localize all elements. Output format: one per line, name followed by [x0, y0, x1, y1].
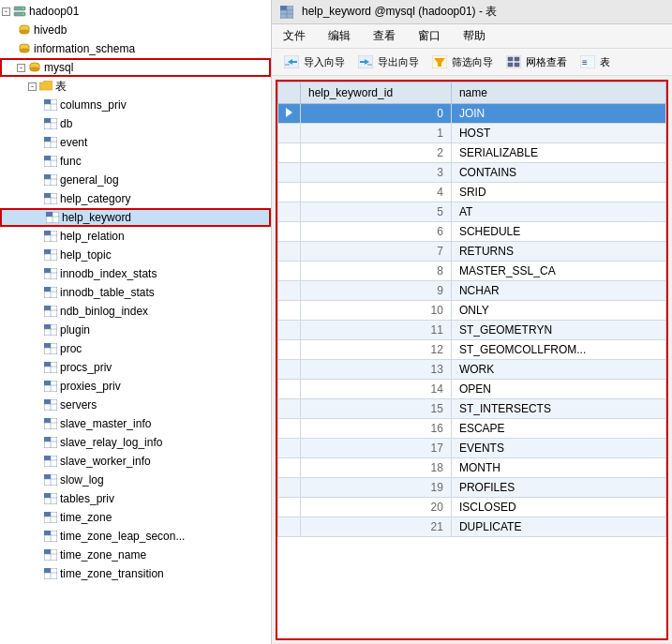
cell-id[interactable]: 0 [301, 104, 452, 124]
tree-item-hivedb[interactable]: hivedb [0, 21, 271, 39]
cell-id[interactable]: 12 [301, 340, 452, 360]
cell-id[interactable]: 15 [301, 399, 452, 419]
cell-name[interactable]: MONTH [451, 458, 665, 478]
tree-item-db[interactable]: db [0, 114, 271, 133]
tree-item-columns-priv[interactable]: columns_priv [0, 96, 271, 114]
tree-item-mysql[interactable]: - mysql [0, 58, 271, 77]
table-row[interactable]: 19 PROFILES [278, 478, 666, 498]
tree-item-time-zone-transition[interactable]: time_zone_transition [0, 564, 271, 583]
filter-wizard-button[interactable]: 筛选向导 [427, 52, 498, 72]
cell-id[interactable]: 1 [301, 124, 452, 143]
tree-item-general-log[interactable]: general_log [0, 171, 271, 189]
tree-item-information-schema[interactable]: information_schema [0, 39, 271, 58]
cell-name[interactable]: MASTER_SSL_CA [451, 262, 665, 281]
cell-id[interactable]: 2 [301, 143, 452, 163]
cell-id[interactable]: 5 [301, 202, 452, 222]
import-wizard-button[interactable]: 导入向导 [279, 52, 350, 72]
tree-item-ndb-binlog-index[interactable]: ndb_binlog_index [0, 302, 271, 321]
cell-name[interactable]: DUPLICATE [451, 517, 665, 537]
grid-view-button[interactable]: 网格查看 [501, 52, 572, 72]
cell-name[interactable]: EVENTS [451, 439, 665, 458]
menu-edit[interactable]: 编辑 [324, 26, 354, 46]
tree-item-tables-folder[interactable]: - 表 [0, 77, 271, 96]
table-row[interactable]: 21 DUPLICATE [278, 517, 666, 537]
export-wizard-button[interactable]: 导出向导 [353, 52, 424, 72]
cell-name[interactable]: NCHAR [451, 281, 665, 301]
cell-id[interactable]: 21 [301, 517, 452, 537]
cell-name[interactable]: ST_GEOMETRYN [451, 321, 665, 340]
table-row[interactable]: 8 MASTER_SSL_CA [278, 262, 666, 281]
tree-item-proc[interactable]: proc [0, 339, 271, 358]
tree-item-slave-relay-log-info[interactable]: slave_relay_log_info [0, 433, 271, 452]
cell-name[interactable]: OPEN [451, 380, 665, 399]
tree-item-hadoop01[interactable]: - hadoop01 [0, 2, 271, 21]
expand-icon-tables[interactable]: - [28, 82, 37, 91]
cell-id[interactable]: 20 [301, 498, 452, 517]
cell-name[interactable]: ST_GEOMCOLLFROM... [451, 340, 665, 360]
cell-name[interactable]: SRID [451, 183, 665, 202]
tree-item-plugin[interactable]: plugin [0, 321, 271, 339]
table-row[interactable]: 14 OPEN [278, 380, 666, 399]
cell-id[interactable]: 19 [301, 478, 452, 498]
cell-id[interactable]: 18 [301, 458, 452, 478]
cell-id[interactable]: 16 [301, 419, 452, 439]
table-row[interactable]: 4 SRID [278, 183, 666, 202]
cell-name[interactable]: ONLY [451, 301, 665, 321]
table-row[interactable]: 5 AT [278, 202, 666, 222]
tree-item-slow-log[interactable]: slow_log [0, 471, 271, 489]
table-row[interactable]: 9 NCHAR [278, 281, 666, 301]
cell-name[interactable]: ESCAPE [451, 419, 665, 439]
cell-id[interactable]: 8 [301, 262, 452, 281]
cell-name[interactable]: ISCLOSED [451, 498, 665, 517]
tree-item-slave-master-info[interactable]: slave_master_info [0, 414, 271, 433]
cell-id[interactable]: 17 [301, 439, 452, 458]
table-row[interactable]: 3 CONTAINS [278, 163, 666, 183]
table-row[interactable]: 2 SERIALIZABLE [278, 143, 666, 163]
expand-icon[interactable]: - [2, 7, 10, 16]
tree-item-tables-priv[interactable]: tables_priv [0, 489, 271, 508]
cell-name[interactable]: AT [451, 202, 665, 222]
cell-id[interactable]: 10 [301, 301, 452, 321]
tree-item-help-keyword[interactable]: help_keyword [0, 208, 271, 227]
table-row[interactable]: 15 ST_INTERSECTS [278, 399, 666, 419]
menu-file[interactable]: 文件 [279, 26, 309, 46]
table-row[interactable]: 13 WORK [278, 360, 666, 380]
cell-name[interactable]: JOIN [451, 104, 665, 124]
cell-id[interactable]: 6 [301, 222, 452, 242]
table-row[interactable]: 18 MONTH [278, 458, 666, 478]
cell-name[interactable]: HOST [451, 124, 665, 143]
tree-item-slave-worker-info[interactable]: slave_worker_info [0, 452, 271, 471]
tree-item-help-topic[interactable]: help_topic [0, 246, 271, 264]
table-view-button[interactable]: ≡ 表 [575, 52, 615, 72]
table-row[interactable]: 16 ESCAPE [278, 419, 666, 439]
menu-view[interactable]: 查看 [369, 26, 399, 46]
tree-item-servers[interactable]: servers [0, 396, 271, 414]
cell-name[interactable]: SCHEDULE [451, 222, 665, 242]
tree-item-time-zone-leap-secon---[interactable]: time_zone_leap_secon... [0, 527, 271, 546]
tree-item-procs-priv[interactable]: procs_priv [0, 358, 271, 377]
table-row[interactable]: 1 HOST [278, 124, 666, 143]
tree-item-time-zone-name[interactable]: time_zone_name [0, 546, 271, 564]
cell-name[interactable]: PROFILES [451, 478, 665, 498]
tree-item-innodb-index-stats[interactable]: innodb_index_stats [0, 264, 271, 283]
tree-item-innodb-table-stats[interactable]: innodb_table_stats [0, 283, 271, 302]
table-row[interactable]: 0 JOIN [278, 104, 666, 124]
cell-id[interactable]: 7 [301, 242, 452, 262]
tree-item-time-zone[interactable]: time_zone [0, 508, 271, 527]
cell-name[interactable]: CONTAINS [451, 163, 665, 183]
table-row[interactable]: 6 SCHEDULE [278, 222, 666, 242]
menu-window[interactable]: 窗口 [414, 26, 444, 46]
tree-item-proxies-priv[interactable]: proxies_priv [0, 377, 271, 396]
tree-item-func[interactable]: func [0, 152, 271, 171]
tree-item-event[interactable]: event [0, 133, 271, 152]
cell-name[interactable]: RETURNS [451, 242, 665, 262]
expand-icon-mysql[interactable]: - [17, 64, 25, 72]
menu-help[interactable]: 帮助 [459, 26, 489, 46]
cell-id[interactable]: 13 [301, 360, 452, 380]
table-row[interactable]: 20 ISCLOSED [278, 498, 666, 517]
cell-id[interactable]: 4 [301, 183, 452, 202]
tree-item-help-relation[interactable]: help_relation [0, 227, 271, 246]
table-row[interactable]: 7 RETURNS [278, 242, 666, 262]
table-row[interactable]: 11 ST_GEOMETRYN [278, 321, 666, 340]
cell-name[interactable]: SERIALIZABLE [451, 143, 665, 163]
